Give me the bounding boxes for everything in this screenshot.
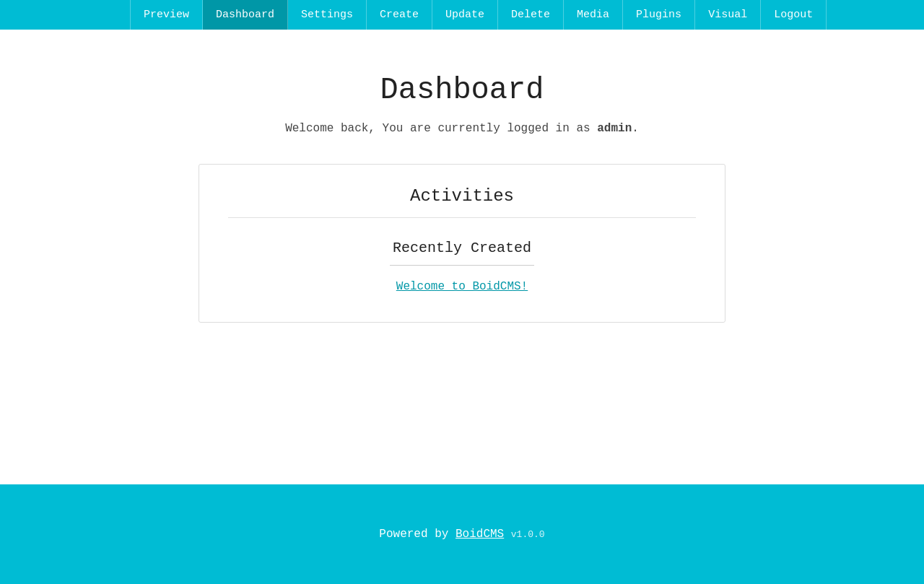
nav-link-preview[interactable]: Preview [130,0,203,30]
nav-item-update: Update [432,0,498,30]
nav-item-preview: Preview [130,0,203,30]
activities-title: Activities [228,186,696,206]
footer-text: Powered by BoidCMS v1.0.0 [14,528,910,541]
welcome-message: Welcome back, You are currently logged i… [285,122,639,135]
nav-list: PreviewDashboardSettingsCreateUpdateDele… [0,0,924,30]
main-content: Dashboard Welcome back, You are currentl… [0,30,924,484]
nav-link-update[interactable]: Update [432,0,498,30]
activities-divider [228,217,696,218]
nav-item-create: Create [367,0,432,30]
nav-link-plugins[interactable]: Plugins [623,0,695,30]
nav-link-logout[interactable]: Logout [761,0,827,30]
main-nav: PreviewDashboardSettingsCreateUpdateDele… [0,0,924,30]
activities-box: Activities Recently Created Welcome to B… [199,164,725,323]
nav-link-dashboard[interactable]: Dashboard [203,0,288,30]
welcome-prefix: Welcome back, You are currently logged i… [285,122,597,135]
footer-prefix: Powered by [379,528,456,541]
nav-link-media[interactable]: Media [564,0,623,30]
username: admin [597,122,632,135]
nav-item-delete: Delete [498,0,564,30]
page-footer: Powered by BoidCMS v1.0.0 [0,484,924,584]
nav-item-dashboard: Dashboard [203,0,288,30]
recent-items-list: Welcome to BoidCMS! [228,280,696,293]
nav-link-settings[interactable]: Settings [288,0,367,30]
nav-item-visual: Visual [695,0,761,30]
recently-created-divider [390,265,534,266]
page-title: Dashboard [380,73,544,108]
recent-item-link[interactable]: Welcome to BoidCMS! [228,280,696,293]
footer-brand-link[interactable]: BoidCMS [456,528,504,541]
nav-item-plugins: Plugins [623,0,695,30]
nav-link-visual[interactable]: Visual [695,0,761,30]
nav-link-create[interactable]: Create [367,0,432,30]
recently-created-title: Recently Created [228,240,696,256]
nav-item-media: Media [564,0,623,30]
nav-item-logout: Logout [761,0,827,30]
nav-link-delete[interactable]: Delete [498,0,564,30]
footer-version: v1.0.0 [511,529,545,540]
welcome-suffix: . [632,122,639,135]
nav-item-settings: Settings [288,0,367,30]
